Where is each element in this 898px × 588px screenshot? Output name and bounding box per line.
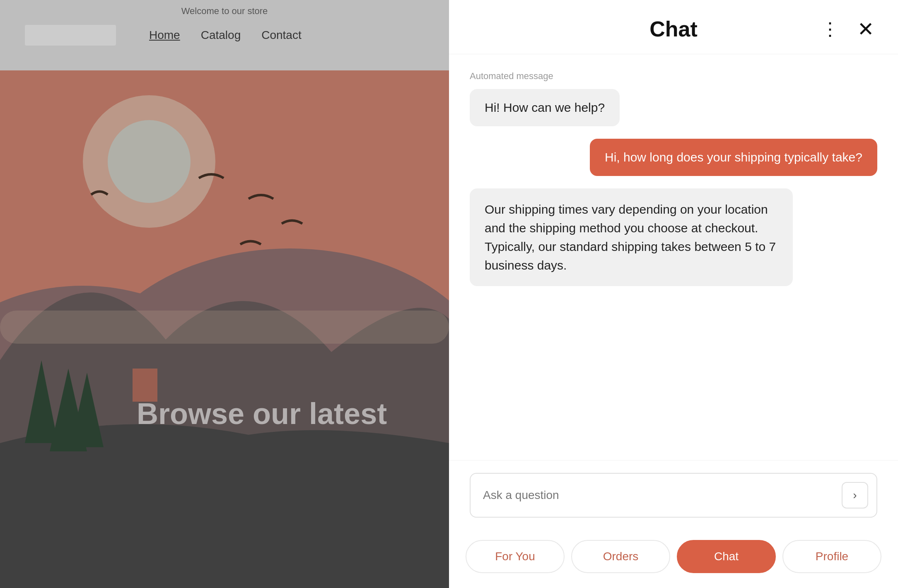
store-announcement: Welcome to our store (0, 0, 449, 22)
chat-title: Chat (649, 17, 698, 41)
close-button[interactable]: ✕ (854, 14, 877, 44)
tab-bar: For You Orders Chat Profile (449, 530, 898, 588)
store-nav: Home Catalog Contact (149, 29, 302, 42)
store-website: Welcome to our store Home Catalog Contac… (0, 0, 449, 588)
send-button[interactable]: › (842, 482, 868, 508)
more-icon: ⋮ (821, 20, 838, 38)
automated-message-group: Automated message Hi! How can we help? (470, 71, 877, 126)
chat-panel: Chat ⋮ ✕ Automated message Hi! How can w… (449, 0, 898, 588)
hero-image: Browse our latest (0, 70, 449, 588)
chat-input-area: › (449, 460, 898, 530)
more-options-button[interactable]: ⋮ (818, 17, 842, 41)
hero-heading: Browse our latest (137, 397, 387, 431)
automated-bubble: Hi! How can we help? (470, 89, 620, 126)
nav-catalog[interactable]: Catalog (201, 29, 241, 42)
user-message-bubble: Hi, how long does your shipping typicall… (590, 139, 877, 176)
tab-profile[interactable]: Profile (782, 540, 881, 573)
tab-chat[interactable]: Chat (677, 540, 776, 573)
chat-header-actions: ⋮ ✕ (818, 14, 877, 44)
svg-rect-8 (0, 311, 449, 344)
hero-rect-decoration (133, 369, 157, 402)
automated-label: Automated message (470, 71, 877, 82)
close-icon: ✕ (857, 17, 874, 41)
chat-input[interactable] (483, 489, 835, 502)
tab-for-you[interactable]: For You (466, 540, 565, 573)
svg-point-2 (108, 120, 191, 203)
nav-contact[interactable]: Contact (261, 29, 302, 42)
send-arrow-icon: › (853, 489, 857, 502)
chat-messages-area: Automated message Hi! How can we help? H… (449, 54, 898, 460)
bot-reply-bubble: Our shipping times vary depending on you… (470, 188, 793, 286)
tab-orders[interactable]: Orders (571, 540, 670, 573)
store-logo (25, 25, 116, 46)
chat-header: Chat ⋮ ✕ (449, 0, 898, 54)
nav-home[interactable]: Home (149, 29, 180, 42)
input-wrapper: › (470, 473, 877, 518)
